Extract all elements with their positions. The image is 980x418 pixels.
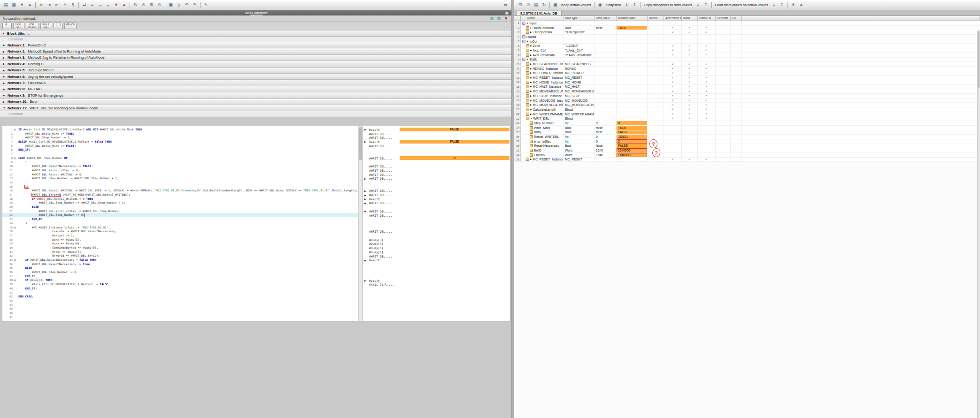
undo-icon[interactable]: ↶ [183, 1, 190, 8]
compile-icon[interactable]: ⚙ [148, 1, 155, 8]
table-view-icon[interactable]: ▥ [496, 16, 502, 21]
copy-snapshot-down-icon[interactable]: ↧ [694, 1, 702, 8]
indent-icon[interactable]: ⇥ [46, 1, 53, 8]
insert-block-icon[interactable]: ▦ [10, 1, 17, 8]
clear-condition-icon[interactable]: ✖ [503, 16, 509, 21]
block-title-collapse-icon[interactable]: ▼ [2, 32, 7, 35]
network-row[interactable]: ▶Network 6:Jog by the set velocity/speed [0, 74, 512, 80]
table-row[interactable]: 6▶Zone"1.ZONE"✓✓✓ [514, 44, 980, 48]
network-row[interactable]: ▶Network 5:Jog to position.C [0, 68, 512, 74]
column-header[interactable]: Setpoint [716, 16, 731, 21]
db-tab[interactable]: 8.2.ST02.01.01.Axis_DB [516, 11, 562, 15]
goto-next-icon[interactable]: → [97, 1, 104, 8]
close-all-networks-icon[interactable]: ▲ [26, 1, 33, 8]
code-line[interactable]: 16 #WRIT_DBL.Retval_WRITDBL := WRIT_DBL … [2, 189, 358, 193]
snippet-case[interactable]: CASE...OF... [13, 23, 24, 29]
snippet-for[interactable]: FOR...TO..DO... [26, 23, 39, 29]
row-expand-icon[interactable]: ▶ [530, 104, 532, 106]
load-values-down-icon[interactable]: ↧ [771, 1, 778, 8]
table-row[interactable]: 28ResartNeccersaryBoolfalseFALSE [514, 144, 980, 149]
row-expand-icon[interactable]: ▶ [530, 99, 532, 102]
load-start-values-button[interactable]: Load start values as actual values [713, 3, 770, 7]
insert-snippet-icon[interactable]: ▣ [167, 1, 174, 8]
network-row[interactable]: ▶Network 3:Method2:Jog to Relative in Ru… [0, 55, 512, 61]
row-expand-icon[interactable]: ▼ [530, 117, 532, 120]
network-row[interactable]: ▶Network 8:MC HALT [0, 86, 512, 92]
code-line[interactable]: 27 Restart := 1, [2, 234, 358, 238]
block-title-row[interactable]: ▼ Block title: ... [0, 30, 512, 37]
absolute-symbolic-icon[interactable]: ⇄ [81, 1, 88, 8]
column-header[interactable]: Name [521, 16, 563, 21]
table-row[interactable]: 20▶CalculateLengthStruct✓✓✓ [514, 107, 980, 112]
keep-actual-values-icon[interactable]: ▣ [552, 1, 559, 8]
network-expand-icon[interactable]: ▶ [3, 56, 8, 59]
network-expand-icon[interactable]: ▶ [3, 82, 8, 84]
column-header[interactable]: Visible in ... [698, 16, 716, 21]
network-row[interactable]: ▼Network 11:WRIT_DBL :for teaching new m… [0, 105, 512, 111]
network-expand-icon[interactable]: ▶ [3, 62, 8, 65]
editor-scrollbar-thumb[interactable] [359, 127, 362, 160]
code-line[interactable]: 10 #WRIT_DBL.ResartNeccersary := FALSE; [2, 164, 358, 168]
code-line[interactable]: 1⊟IF #Axis_Ctrl.MC_MOVERELATIVE.1.ReStar… [2, 128, 358, 132]
insert-row-icon[interactable]: ⊞ [517, 1, 524, 8]
table-row[interactable]: 3▶i_RecipePara"3.RecipeList"✓✓✓ [514, 30, 980, 35]
network-row[interactable]: ▶Network 10:Error [0, 99, 512, 105]
column-header[interactable]: Accessible f... [664, 16, 682, 21]
table-row[interactable]: 21▶MC_WRITEPARAMETER...MC_WRITEP ARAME..… [514, 112, 980, 117]
table-row[interactable]: 11▶RDREC_InstanceRDREC✓✓✓ [514, 67, 980, 71]
table-row[interactable]: 4Output [514, 35, 980, 39]
table-row[interactable]: 2i_HandConditionBoolfalseTRUE✓✓✓ [514, 26, 980, 30]
outdent-icon[interactable]: ⇤ [54, 1, 61, 8]
table-row[interactable]: 16▶MC_MOVEABSOLUTE_...MC_MOVEABSOLUTE✓✓✓ [514, 89, 980, 94]
code-line[interactable]: 31 Error => #Dumy[6], [2, 250, 358, 254]
row-expand-icon[interactable]: ▶ [530, 108, 532, 111]
table-row[interactable]: 13▶MC_RESET_InstanceMC_RESET✓✓✓ [514, 76, 980, 80]
table-row[interactable]: 1▼Input [514, 21, 980, 26]
interface-splitter-grip[interactable] [250, 15, 262, 15]
table-row[interactable]: 23Step_NumberInt00 [514, 121, 980, 126]
next-error-icon[interactable]: ▼ [113, 1, 120, 8]
row-expand-icon[interactable]: ▶ [530, 72, 532, 74]
code-line[interactable]: 42END_CASE; [2, 295, 358, 299]
row-expand-icon[interactable]: ▶ [530, 54, 532, 56]
table-row[interactable]: 18▶MC_MOVEJOG_InstanceMC_MOVEJOG✓✓✓ [514, 99, 980, 103]
network-expand-icon[interactable]: ▶ [3, 75, 8, 78]
table-row[interactable]: 19▶MC_MOVERELATIVE_I...MC_MOVERELATIVE✓✓… [514, 103, 980, 107]
snippet-region[interactable]: REGION [64, 23, 77, 29]
code-line[interactable]: 25⊟ #MC_RESET_Instance_1(Axis := "M02-ST… [2, 226, 358, 230]
open-all-networks-icon[interactable]: ▼ [18, 1, 25, 8]
monitoring-glasses-icon[interactable]: ∞ [502, 1, 509, 8]
code-line[interactable]: 35 ELSE [2, 266, 358, 270]
code-line[interactable]: 33⊟ IF #WRIT_DBL.ResartNeccersary = fals… [2, 258, 358, 262]
column-header[interactable]: Monitor value [617, 16, 648, 21]
network-expand-icon[interactable]: ▶ [3, 88, 8, 91]
search-icon[interactable]: ⊙ [156, 1, 163, 8]
code-lines[interactable]: 1⊟IF #Axis_Ctrl.MC_MOVERELATIVE.1.ReStar… [2, 126, 358, 321]
snapshot-upload-icon[interactable]: ↥ [631, 1, 638, 8]
column-header[interactable]: Retain [648, 16, 664, 21]
code-line[interactable]: 29 Busy => #Dumy[4], [2, 242, 358, 246]
table-row[interactable]: 24Write_MarkBoolfalseTRUE [514, 126, 980, 130]
network-expand-icon[interactable]: ▶ [3, 50, 8, 53]
row-expand-icon[interactable]: ▶ [530, 158, 532, 160]
row-expand-icon[interactable]: ▶ [530, 113, 532, 115]
refresh-icon[interactable]: ↻ [540, 1, 548, 8]
row-expand-icon[interactable]: ▶ [530, 81, 532, 84]
row-expand-icon[interactable]: ▶ [530, 85, 532, 88]
code-editor[interactable]: 1⊟IF #Axis_Ctrl.MC_MOVERELATIVE.1.ReStar… [2, 126, 510, 321]
expand-members-icon[interactable]: ▼ [790, 1, 797, 8]
copy-snapshot-up-icon[interactable]: ↥ [702, 1, 710, 8]
uppercase-icon[interactable]: A [62, 1, 69, 8]
code-line[interactable]: 36 #WRIT_DBL.Step_Number := 0; [2, 270, 358, 274]
code-line[interactable]: 7 [2, 152, 358, 156]
network-row[interactable]: ▶Network 2:Method2:Speed offset in Runni… [0, 48, 512, 54]
code-line[interactable]: 12 #WRIT_DBL.Retval_WRITDBL := 0; [2, 173, 358, 177]
interface-window-icon[interactable]: ▣ [505, 11, 509, 15]
code-line[interactable]: 46 [2, 311, 358, 315]
table-row[interactable]: 8▶Axis_ROMData"2.Axis_ROMData"✓✓✓ [514, 53, 980, 58]
row-expand-icon[interactable]: ▶ [530, 68, 532, 70]
code-line[interactable]: 5 #WRIT_DBL.Write_Mark := FALSE; [2, 144, 358, 148]
settings-icon[interactable]: ✎ [202, 1, 209, 8]
network-expand-icon[interactable]: ▶ [3, 44, 8, 46]
row-expand-icon[interactable]: ▶ [530, 31, 532, 33]
